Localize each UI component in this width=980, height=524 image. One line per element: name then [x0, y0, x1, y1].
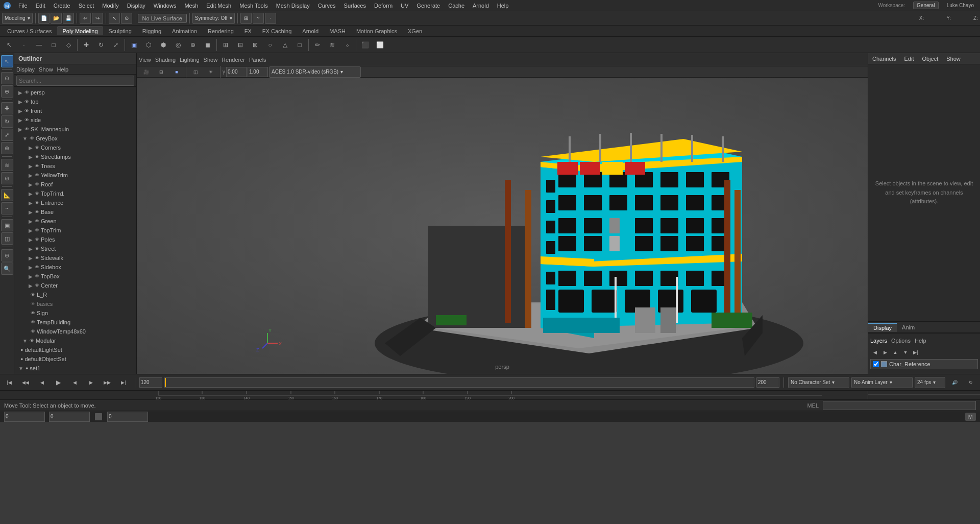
list-item[interactable]: ▶ 👁 top	[14, 97, 136, 106]
list-item[interactable]: 👁 WindowTemp48x60	[14, 327, 136, 336]
loop-btn[interactable]: ⊕	[186, 38, 200, 52]
bevel-btn[interactable]: ⬡	[141, 38, 156, 52]
layer-up-btn[interactable]: ▲	[891, 348, 900, 357]
edge-mode-btn[interactable]: —	[32, 38, 46, 52]
list-item[interactable]: ▼ ● set1	[14, 364, 136, 373]
list-item[interactable]: ▶ 👁 Center	[14, 281, 136, 290]
redo-btn[interactable]: ↪	[92, 13, 103, 24]
render-region-btn[interactable]: ▣	[1, 219, 13, 231]
list-item[interactable]: ▶ 👁 TopTrim1	[14, 189, 136, 198]
rotate-btn[interactable]: ↻	[1, 115, 13, 128]
triangulate-btn[interactable]: △	[278, 38, 292, 52]
mode-dropdown[interactable]: Modeling ▾	[2, 13, 33, 24]
separate-btn[interactable]: ⊟	[233, 38, 248, 52]
sculpt-btn[interactable]: ✏	[310, 38, 325, 52]
list-item[interactable]: ▶ 👁 TopTrim	[14, 226, 136, 235]
vp-lighting-menu[interactable]: Lighting	[180, 57, 200, 63]
tab-motion-graphics[interactable]: Motion Graphics	[351, 27, 402, 35]
timeline-play-btn[interactable]: ▶	[51, 375, 65, 390]
tab-animation[interactable]: Animation	[167, 27, 202, 35]
outliner-display-menu[interactable]: Display	[16, 66, 35, 73]
list-item[interactable]: 👁 L_R	[14, 290, 136, 299]
timeline-end-btn[interactable]: ▶|	[116, 375, 131, 390]
menu-help[interactable]: Help	[493, 2, 513, 10]
scene-3d[interactable]: X Y Z persp	[137, 78, 868, 374]
end-frame-input[interactable]	[756, 377, 779, 388]
field1-input[interactable]	[4, 412, 45, 422]
list-item[interactable]: ▶ 👁 Trees	[14, 161, 136, 171]
layer-end-btn[interactable]: ▶|	[911, 348, 920, 357]
layer-next-btn[interactable]: ▶	[880, 348, 890, 357]
workspace-dropdown[interactable]: General	[913, 2, 939, 9]
list-item[interactable]: ● defaultObjectSet	[14, 354, 136, 364]
menu-edit-mesh[interactable]: Edit Mesh	[202, 2, 235, 10]
uvshell-mode-btn[interactable]: ◇	[61, 38, 76, 52]
list-item[interactable]: 👁 basics	[14, 299, 136, 308]
menu-edit[interactable]: Edit	[32, 2, 50, 10]
timeline-start-btn[interactable]: |◀	[2, 375, 16, 390]
new-scene-btn[interactable]: 📄	[38, 13, 50, 24]
menu-create[interactable]: Create	[50, 2, 75, 10]
menu-surfaces[interactable]: Surfaces	[340, 2, 370, 10]
menu-windows[interactable]: Windows	[150, 2, 181, 10]
extrude-btn[interactable]: ▣	[127, 38, 141, 52]
fps-dropdown[interactable]: 24 fps▾	[915, 377, 945, 388]
move-tool[interactable]: ✚	[79, 38, 93, 52]
layers-tab[interactable]: Layers	[870, 338, 887, 344]
face-mode-btn[interactable]: □	[46, 38, 61, 52]
menu-arnold[interactable]: Arnold	[469, 2, 493, 10]
curve-btn[interactable]: ~	[1, 202, 13, 215]
list-item[interactable]: ▶ 👁 Sidewalk	[14, 253, 136, 263]
move-btn[interactable]: ✚	[1, 102, 13, 114]
timeline-next-btn[interactable]: ▶	[84, 375, 98, 390]
list-item[interactable]: ▶ 👁 Green	[14, 217, 136, 226]
outliner-show-menu[interactable]: Show	[39, 66, 53, 73]
timeline-play-back-btn[interactable]: ◀	[67, 375, 82, 390]
soft-select-btn[interactable]: ⬦	[340, 38, 354, 52]
list-item[interactable]: ▶ 👁 Entrance	[14, 198, 136, 207]
boolean-btn[interactable]: ⊠	[248, 38, 262, 52]
color-swatch[interactable]	[95, 413, 102, 420]
show-btn[interactable]: Show	[946, 56, 961, 62]
vp-panels-menu[interactable]: Panels	[249, 57, 266, 63]
snap-curve-btn[interactable]: ~	[253, 13, 264, 24]
menu-select[interactable]: Select	[75, 2, 99, 10]
outliner-search-input[interactable]	[16, 76, 134, 86]
timeline-next-key-btn[interactable]: ▶▶	[100, 375, 114, 390]
show-manip-btn[interactable]: ⊘	[1, 172, 13, 184]
timeline-prev-key-btn[interactable]: ◀◀	[18, 375, 33, 390]
vp-shading-menu[interactable]: Shading	[155, 57, 176, 63]
menu-file[interactable]: File	[14, 2, 32, 10]
tab-rigging[interactable]: Rigging	[137, 27, 166, 35]
vp-renderer-menu[interactable]: Renderer	[222, 57, 245, 63]
menu-uv[interactable]: UV	[397, 2, 412, 10]
select-btn[interactable]: ↖	[1, 55, 13, 67]
mel-input[interactable]	[823, 401, 976, 410]
list-item[interactable]: ▼ 👁 Modular	[14, 336, 136, 345]
list-item[interactable]: 👁 TempBuilding	[14, 318, 136, 327]
vp-show-menu[interactable]: Show	[204, 57, 218, 63]
smooth-btn[interactable]: ○	[263, 38, 277, 52]
symmetry-dropdown[interactable]: Symmetry: Off ▾	[192, 13, 235, 24]
vp-light-btn[interactable]: ☀	[204, 65, 218, 79]
char-set-dropdown[interactable]: No Character Set▾	[788, 377, 849, 388]
vp-wire-btn[interactable]: ⊟	[154, 65, 168, 79]
timeline-scrubber[interactable]	[164, 377, 754, 388]
quick-select-btn[interactable]: ⊛	[1, 249, 13, 261]
create-poly-btn[interactable]: ⬛	[358, 38, 372, 52]
anim-layer-dropdown[interactable]: No Anim Layer▾	[851, 377, 913, 388]
tab-arnold[interactable]: Arnold	[297, 27, 324, 35]
object-btn[interactable]: Object	[922, 56, 938, 62]
snap-grid-btn[interactable]: ⊞	[240, 13, 252, 24]
list-item[interactable]: 👁 Sign	[14, 308, 136, 318]
field3-input[interactable]	[107, 412, 148, 422]
layer-visible-check[interactable]	[873, 361, 879, 367]
options-tab[interactable]: Options	[891, 338, 911, 344]
exposure-input[interactable]	[248, 67, 268, 77]
vp-view-menu[interactable]: View	[139, 57, 151, 63]
list-item[interactable]: ▶ 👁 Sidebox	[14, 263, 136, 272]
quadrangulate-btn[interactable]: □	[292, 38, 307, 52]
layer-item[interactable]: Char_Reference	[870, 359, 978, 369]
soft-mod-btn[interactable]: ≋	[1, 159, 13, 171]
lasso-tool[interactable]: ⊙	[121, 13, 132, 24]
